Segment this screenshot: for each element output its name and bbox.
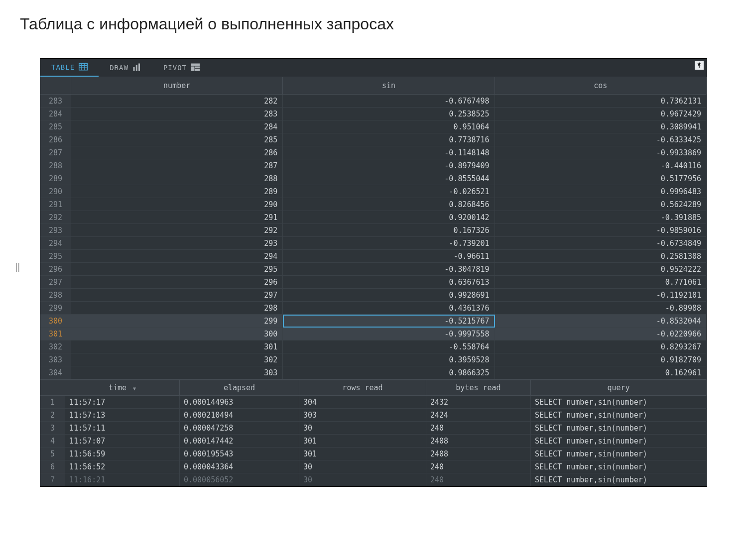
table-row[interactable]: 2922910.9200142-0.391885 (40, 211, 707, 224)
cell-cos[interactable]: 0.9182709 (495, 353, 707, 366)
result-grid[interactable]: number sin cos 283282-0.67674980.7362131… (40, 77, 707, 379)
cell-cos[interactable]: -0.391885 (495, 211, 707, 224)
row-index[interactable]: 301 (40, 328, 71, 340)
cell-cos[interactable]: -0.9933869 (495, 146, 707, 159)
cell-sin[interactable]: -0.5215767 (283, 315, 495, 328)
table-row[interactable]: 3033020.39595280.9182709 (40, 353, 707, 366)
log-col-query[interactable]: query (531, 379, 707, 396)
cell-query[interactable]: SELECT number,sin(number) (531, 435, 707, 448)
cell-elapsed[interactable]: 0.000047258 (180, 422, 299, 435)
cell-cos[interactable]: 0.9996483 (495, 185, 707, 198)
cell-rows-read[interactable]: 303 (299, 409, 426, 422)
cell-cos[interactable]: 0.3089941 (495, 120, 707, 133)
cell-cos[interactable]: 0.7362131 (495, 95, 707, 108)
cell-cos[interactable]: -0.440116 (495, 159, 707, 172)
cell-cos[interactable]: -0.1192101 (495, 289, 707, 302)
cell-bytes-read[interactable]: 2408 (426, 435, 531, 448)
cell-sin[interactable]: -0.9997558 (283, 328, 495, 340)
col-header-cos[interactable]: cos (495, 77, 707, 95)
table-row[interactable]: 2932920.167326-0.9859016 (40, 224, 707, 237)
cell-elapsed[interactable]: 0.000043364 (180, 460, 299, 473)
col-header-rownum[interactable] (40, 77, 71, 95)
row-index[interactable]: 7 (40, 473, 65, 486)
cell-number[interactable]: 285 (71, 133, 283, 146)
row-index[interactable]: 298 (40, 289, 71, 302)
cell-number[interactable]: 288 (71, 172, 283, 185)
cell-sin[interactable]: 0.8268456 (283, 198, 495, 211)
cell-cos[interactable]: 0.5624289 (495, 198, 707, 211)
table-row[interactable]: 2992980.4361376-0.89988 (40, 302, 707, 315)
row-index[interactable]: 290 (40, 185, 71, 198)
log-col-rownum[interactable] (40, 379, 65, 396)
table-row[interactable]: 287286-0.1148148-0.9933869 (40, 146, 707, 159)
row-index[interactable]: 284 (40, 108, 71, 120)
cell-time[interactable]: 11:57:17 (65, 396, 180, 409)
cell-query[interactable]: SELECT number,sin(number) (531, 409, 707, 422)
log-row[interactable]: 211:57:130.0002104943032424SELECT number… (40, 409, 707, 422)
row-index[interactable]: 303 (40, 353, 71, 366)
cell-cos[interactable]: -0.0220966 (495, 328, 707, 340)
cell-number[interactable]: 301 (71, 340, 283, 353)
cell-number[interactable]: 294 (71, 250, 283, 263)
table-row[interactable]: 2912900.82684560.5624289 (40, 198, 707, 211)
row-index[interactable]: 5 (40, 448, 65, 460)
cell-sin[interactable]: -0.739201 (283, 237, 495, 250)
cell-elapsed[interactable]: 0.000210494 (180, 409, 299, 422)
table-row[interactable]: 2862850.7738716-0.6333425 (40, 133, 707, 146)
cell-number[interactable]: 284 (71, 120, 283, 133)
cell-query[interactable]: SELECT number,sin(number) (531, 448, 707, 460)
row-index[interactable]: 289 (40, 172, 71, 185)
cell-number[interactable]: 302 (71, 353, 283, 366)
cell-number[interactable]: 292 (71, 224, 283, 237)
cell-number[interactable]: 296 (71, 276, 283, 289)
cell-time[interactable]: 11:57:07 (65, 435, 180, 448)
cell-number[interactable]: 303 (71, 366, 283, 379)
row-index[interactable]: 286 (40, 133, 71, 146)
cell-cos[interactable]: -0.9859016 (495, 224, 707, 237)
tab-pivot[interactable]: PIVOT (152, 59, 211, 77)
row-index[interactable]: 287 (40, 146, 71, 159)
cell-elapsed[interactable]: 0.000144963 (180, 396, 299, 409)
cell-number[interactable]: 300 (71, 328, 283, 340)
cell-cos[interactable]: 0.2581308 (495, 250, 707, 263)
cell-query[interactable]: SELECT number,sin(number) (531, 396, 707, 409)
cell-number[interactable]: 295 (71, 263, 283, 276)
cell-number[interactable]: 286 (71, 146, 283, 159)
row-index[interactable]: 297 (40, 276, 71, 289)
cell-sin[interactable]: -0.6767498 (283, 95, 495, 108)
cell-time[interactable]: 11:56:59 (65, 448, 180, 460)
row-index[interactable]: 304 (40, 366, 71, 379)
cell-time[interactable]: 11:57:11 (65, 422, 180, 435)
cell-sin[interactable]: 0.9928691 (283, 289, 495, 302)
row-index[interactable]: 283 (40, 95, 71, 108)
table-row[interactable]: 295294-0.966110.2581308 (40, 250, 707, 263)
log-row[interactable]: 611:56:520.00004336430240SELECT number,s… (40, 460, 707, 473)
cell-rows-read[interactable]: 301 (299, 435, 426, 448)
cell-rows-read[interactable]: 304 (299, 396, 426, 409)
cell-sin[interactable]: 0.3959528 (283, 353, 495, 366)
cell-sin[interactable]: -0.8979409 (283, 159, 495, 172)
table-row[interactable]: 289288-0.85550440.5177956 (40, 172, 707, 185)
col-header-number[interactable]: number (71, 77, 283, 95)
query-log-grid[interactable]: time ▼ elapsed rows_read bytes_read quer… (40, 379, 707, 486)
table-row[interactable]: 2972960.63676130.771061 (40, 276, 707, 289)
cell-bytes-read[interactable]: 2424 (426, 409, 531, 422)
row-index[interactable]: 6 (40, 460, 65, 473)
cell-sin[interactable]: 0.4361376 (283, 302, 495, 315)
cell-cos[interactable]: 0.9524222 (495, 263, 707, 276)
cell-elapsed[interactable]: 0.000056052 (180, 473, 299, 486)
cell-number[interactable]: 282 (71, 95, 283, 108)
cell-sin[interactable]: 0.167326 (283, 224, 495, 237)
cell-bytes-read[interactable]: 240 (426, 473, 531, 486)
cell-number[interactable]: 299 (71, 315, 283, 328)
log-row[interactable]: 111:57:170.0001449633042432SELECT number… (40, 396, 707, 409)
cell-time[interactable]: 11:57:13 (65, 409, 180, 422)
cell-cos[interactable]: -0.6734849 (495, 237, 707, 250)
cell-rows-read[interactable]: 301 (299, 448, 426, 460)
log-row[interactable]: 711:16:210.00005605230240SELECT number,s… (40, 473, 707, 486)
table-row[interactable]: 302301-0.5587640.8293267 (40, 340, 707, 353)
row-index[interactable]: 3 (40, 422, 65, 435)
table-row[interactable]: 288287-0.8979409-0.440116 (40, 159, 707, 172)
table-row[interactable]: 294293-0.739201-0.6734849 (40, 237, 707, 250)
cell-sin[interactable]: -0.026521 (283, 185, 495, 198)
